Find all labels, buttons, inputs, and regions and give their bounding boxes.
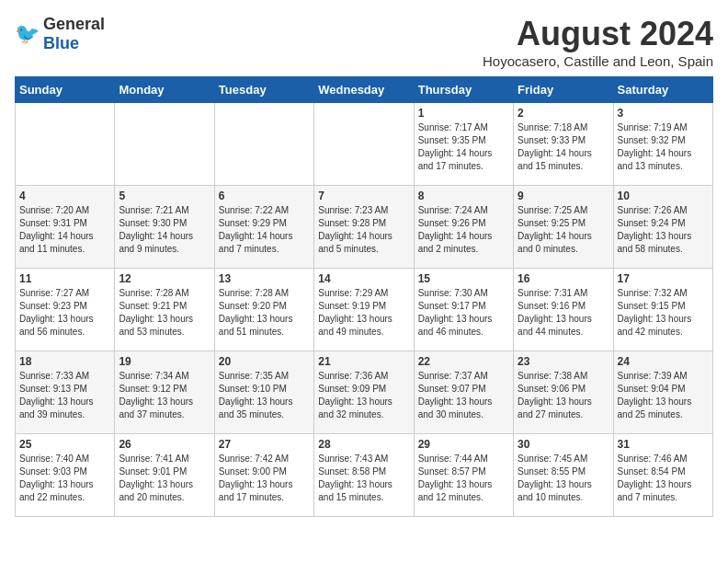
day-info: Sunrise: 7:40 AM Sunset: 9:03 PM Dayligh… (19, 453, 110, 504)
day-info: Sunrise: 7:21 AM Sunset: 9:30 PM Dayligh… (119, 204, 210, 256)
day-number: 26 (119, 438, 210, 451)
weekday-header-sunday: Sunday (16, 77, 115, 103)
day-info: Sunrise: 7:46 AM Sunset: 8:54 PM Dayligh… (618, 453, 709, 504)
day-cell-empty (16, 103, 115, 186)
day-cell-17: 17Sunrise: 7:32 AM Sunset: 9:15 PM Dayli… (613, 269, 712, 351)
day-info: Sunrise: 7:39 AM Sunset: 9:04 PM Dayligh… (618, 370, 709, 421)
day-cell-19: 19Sunrise: 7:34 AM Sunset: 9:12 PM Dayli… (115, 351, 214, 434)
day-number: 29 (418, 438, 509, 451)
day-cell-18: 18Sunrise: 7:33 AM Sunset: 9:13 PM Dayli… (16, 351, 115, 434)
day-number: 21 (318, 355, 409, 368)
day-number: 7 (318, 190, 409, 202)
day-cell-8: 8Sunrise: 7:24 AM Sunset: 9:26 PM Daylig… (414, 186, 513, 269)
header: 🐦 General Blue August 2024 Hoyocasero, C… (15, 15, 713, 69)
day-number: 2 (518, 107, 609, 120)
day-info: Sunrise: 7:38 AM Sunset: 9:06 PM Dayligh… (518, 370, 609, 421)
day-cell-1: 1Sunrise: 7:17 AM Sunset: 9:35 PM Daylig… (414, 103, 513, 186)
day-number: 3 (618, 107, 709, 120)
day-cell-9: 9Sunrise: 7:25 AM Sunset: 9:25 PM Daylig… (514, 186, 613, 269)
day-number: 17 (618, 272, 709, 285)
day-cell-14: 14Sunrise: 7:29 AM Sunset: 9:19 PM Dayli… (314, 269, 414, 351)
day-info: Sunrise: 7:44 AM Sunset: 8:57 PM Dayligh… (418, 453, 509, 504)
day-cell-6: 6Sunrise: 7:22 AM Sunset: 9:29 PM Daylig… (214, 186, 313, 269)
day-cell-3: 3Sunrise: 7:19 AM Sunset: 9:32 PM Daylig… (613, 103, 712, 186)
day-cell-26: 26Sunrise: 7:41 AM Sunset: 9:01 PM Dayli… (115, 434, 214, 517)
day-number: 19 (119, 355, 210, 368)
weekday-header-thursday: Thursday (414, 77, 513, 103)
day-number: 13 (219, 272, 310, 285)
day-number: 1 (418, 107, 509, 120)
day-number: 22 (418, 355, 509, 368)
day-cell-24: 24Sunrise: 7:39 AM Sunset: 9:04 PM Dayli… (613, 351, 712, 434)
day-info: Sunrise: 7:43 AM Sunset: 8:58 PM Dayligh… (318, 453, 409, 504)
day-info: Sunrise: 7:37 AM Sunset: 9:07 PM Dayligh… (418, 370, 509, 421)
day-cell-7: 7Sunrise: 7:23 AM Sunset: 9:28 PM Daylig… (314, 186, 414, 269)
day-cell-25: 25Sunrise: 7:40 AM Sunset: 9:03 PM Dayli… (16, 434, 115, 517)
day-number: 10 (618, 190, 709, 202)
day-cell-21: 21Sunrise: 7:36 AM Sunset: 9:09 PM Dayli… (314, 351, 414, 434)
weekday-header-friday: Friday (514, 77, 613, 103)
logo-blue: Blue (43, 34, 79, 52)
day-number: 14 (318, 272, 409, 285)
week-row-2: 4Sunrise: 7:20 AM Sunset: 9:31 PM Daylig… (16, 186, 713, 269)
day-cell-16: 16Sunrise: 7:31 AM Sunset: 9:16 PM Dayli… (514, 269, 613, 351)
day-info: Sunrise: 7:22 AM Sunset: 9:29 PM Dayligh… (219, 204, 310, 256)
day-info: Sunrise: 7:20 AM Sunset: 9:31 PM Dayligh… (19, 204, 110, 256)
logo: 🐦 General Blue (15, 15, 105, 53)
day-cell-15: 15Sunrise: 7:30 AM Sunset: 9:17 PM Dayli… (414, 269, 513, 351)
day-info: Sunrise: 7:17 AM Sunset: 9:35 PM Dayligh… (418, 121, 509, 173)
day-info: Sunrise: 7:33 AM Sunset: 9:13 PM Dayligh… (19, 370, 110, 421)
week-row-5: 25Sunrise: 7:40 AM Sunset: 9:03 PM Dayli… (16, 434, 713, 517)
week-row-4: 18Sunrise: 7:33 AM Sunset: 9:13 PM Dayli… (16, 351, 713, 434)
day-info: Sunrise: 7:35 AM Sunset: 9:10 PM Dayligh… (219, 370, 310, 421)
weekday-header-saturday: Saturday (613, 77, 712, 103)
day-number: 9 (518, 190, 609, 202)
calendar-title: August 2024 (483, 15, 713, 53)
day-info: Sunrise: 7:27 AM Sunset: 9:23 PM Dayligh… (19, 287, 110, 339)
day-number: 8 (418, 190, 509, 202)
day-cell-4: 4Sunrise: 7:20 AM Sunset: 9:31 PM Daylig… (16, 186, 115, 269)
day-cell-5: 5Sunrise: 7:21 AM Sunset: 9:30 PM Daylig… (115, 186, 214, 269)
day-number: 12 (119, 272, 210, 285)
day-cell-27: 27Sunrise: 7:42 AM Sunset: 9:00 PM Dayli… (214, 434, 313, 517)
day-info: Sunrise: 7:32 AM Sunset: 9:15 PM Dayligh… (618, 287, 709, 339)
day-info: Sunrise: 7:30 AM Sunset: 9:17 PM Dayligh… (418, 287, 509, 339)
day-number: 28 (318, 438, 409, 451)
day-cell-11: 11Sunrise: 7:27 AM Sunset: 9:23 PM Dayli… (16, 269, 115, 351)
week-row-3: 11Sunrise: 7:27 AM Sunset: 9:23 PM Dayli… (16, 269, 713, 351)
day-info: Sunrise: 7:19 AM Sunset: 9:32 PM Dayligh… (618, 121, 709, 173)
day-number: 25 (19, 438, 110, 451)
day-info: Sunrise: 7:34 AM Sunset: 9:12 PM Dayligh… (119, 370, 210, 421)
day-cell-23: 23Sunrise: 7:38 AM Sunset: 9:06 PM Dayli… (514, 351, 613, 434)
day-cell-empty (214, 103, 313, 186)
day-number: 30 (518, 438, 609, 451)
day-info: Sunrise: 7:28 AM Sunset: 9:21 PM Dayligh… (119, 287, 210, 339)
day-cell-20: 20Sunrise: 7:35 AM Sunset: 9:10 PM Dayli… (214, 351, 313, 434)
day-cell-10: 10Sunrise: 7:26 AM Sunset: 9:24 PM Dayli… (613, 186, 712, 269)
day-cell-31: 31Sunrise: 7:46 AM Sunset: 8:54 PM Dayli… (613, 434, 712, 517)
day-cell-29: 29Sunrise: 7:44 AM Sunset: 8:57 PM Dayli… (414, 434, 513, 517)
day-cell-empty (115, 103, 214, 186)
day-number: 15 (418, 272, 509, 285)
day-number: 11 (19, 272, 110, 285)
weekday-header-monday: Monday (115, 77, 214, 103)
day-cell-22: 22Sunrise: 7:37 AM Sunset: 9:07 PM Dayli… (414, 351, 513, 434)
day-number: 16 (518, 272, 609, 285)
day-cell-13: 13Sunrise: 7:28 AM Sunset: 9:20 PM Dayli… (214, 269, 313, 351)
day-number: 5 (119, 190, 210, 202)
day-info: Sunrise: 7:23 AM Sunset: 9:28 PM Dayligh… (318, 204, 409, 256)
day-number: 18 (19, 355, 110, 368)
day-cell-28: 28Sunrise: 7:43 AM Sunset: 8:58 PM Dayli… (314, 434, 414, 517)
day-number: 6 (219, 190, 310, 202)
day-cell-12: 12Sunrise: 7:28 AM Sunset: 9:21 PM Dayli… (115, 269, 214, 351)
day-cell-empty (314, 103, 414, 186)
day-info: Sunrise: 7:26 AM Sunset: 9:24 PM Dayligh… (618, 204, 709, 256)
day-info: Sunrise: 7:29 AM Sunset: 9:19 PM Dayligh… (318, 287, 409, 339)
day-info: Sunrise: 7:31 AM Sunset: 9:16 PM Dayligh… (518, 287, 609, 339)
day-info: Sunrise: 7:18 AM Sunset: 9:33 PM Dayligh… (518, 121, 609, 173)
day-number: 31 (618, 438, 709, 451)
day-info: Sunrise: 7:25 AM Sunset: 9:25 PM Dayligh… (518, 204, 609, 256)
calendar-subtitle: Hoyocasero, Castille and Leon, Spain (483, 53, 713, 69)
day-cell-2: 2Sunrise: 7:18 AM Sunset: 9:33 PM Daylig… (514, 103, 613, 186)
weekday-header-wednesday: Wednesday (314, 77, 414, 103)
